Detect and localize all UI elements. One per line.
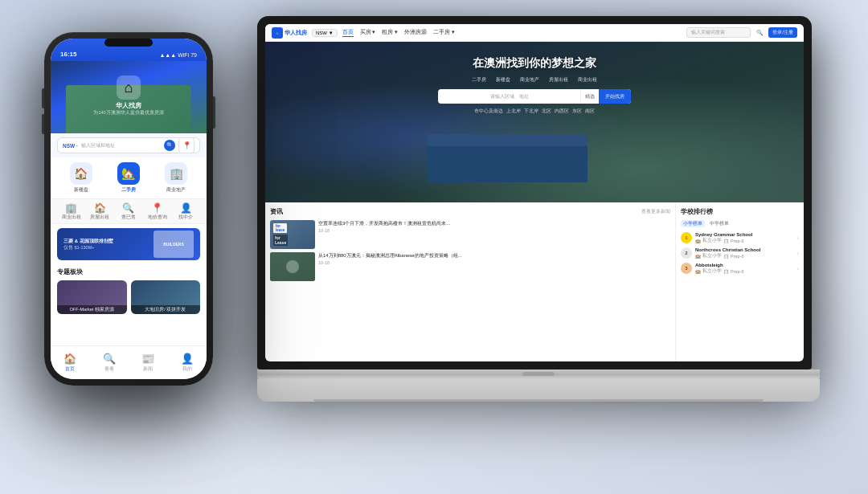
phone-location-label[interactable]: NSW · — [63, 143, 78, 149]
phone-sec-agent-icon: 👤 — [180, 202, 192, 214]
logo-icon: ⌂ — [272, 27, 283, 39]
schools-title: 学校排行榜 — [681, 207, 713, 216]
hero-tag-inner-west[interactable]: 内西区 — [555, 108, 569, 115]
hero-tag-lower-north[interactable]: 下北岸 — [524, 108, 538, 115]
phone-banner-badge-text: BUILDERS — [163, 242, 184, 247]
school-rank-3: 3 — [681, 263, 692, 274]
website-content: ⌂ 华人找房 NSW ▼ 首页 买房 ▾ 租房 ▾ 外洲房源 二手房 ▾ — [265, 24, 804, 361]
laptop: ⌂ 华人找房 NSW ▼ 首页 买房 ▾ 租房 ▾ 外洲房源 二手房 ▾ — [257, 16, 820, 434]
phone-search-btn[interactable]: 🔍 — [164, 140, 175, 151]
laptop-display: ⌂ 华人找房 NSW ▼ 首页 买房 ▾ 租房 ▾ 外洲房源 二手房 ▾ — [265, 24, 804, 361]
site-main-content: 资讯 查看更多新闻 forlease 空置率连续3个月下滑，开发商抱高楼市！澳洲… — [265, 202, 804, 361]
phone-quick-commercial[interactable]: 🏢 商业地产 — [153, 162, 200, 194]
news-item-1[interactable]: forlease 空置率连续3个月下滑，开发商抱高楼市！澳洲租赁危机尚未... … — [270, 220, 670, 249]
phone-bottom-browse[interactable]: 🔍 看看 — [90, 353, 129, 373]
school-type-icon-2: 🏫 — [695, 254, 701, 259]
phone-quick-new[interactable]: 🏠 新楼盘 — [57, 162, 104, 194]
location-selector[interactable]: NSW ▼ — [312, 29, 338, 37]
phone-quick-new-label: 新楼盘 — [74, 186, 88, 194]
login-button[interactable]: 登录/注册 — [768, 27, 797, 38]
phone-sec-sold[interactable]: 🔍 查已售 — [114, 202, 143, 220]
hero-tab-commercial[interactable]: 商业地产 — [518, 76, 542, 84]
phone-banner-line1: 三菱 & 花园顶联排别墅 — [63, 238, 149, 245]
school-grade-icon-2: 📋 — [723, 254, 729, 259]
phone-sec-sold-label: 查已售 — [121, 214, 136, 220]
phone-screen: 16:15 ▲▲▲ WiFi 79 ⌂ 华人找房 为140万澳洲华人提供最优质房… — [51, 39, 207, 379]
phone-map-btn[interactable]: 📍 — [178, 137, 194, 153]
news-date-1: 10-18 — [318, 228, 670, 233]
school-grade-icon-1: 📋 — [723, 239, 729, 243]
phone-topic-off-market-label: OFF-Market 独家房源 — [57, 305, 127, 314]
phone-bottom-news-icon: 📰 — [141, 353, 154, 365]
school-meta-3: 🏫 私立小学 📋 Prep-6 — [695, 268, 793, 274]
hero-search-input[interactable]: 请输入区域、地址 — [438, 93, 580, 100]
school-item-3[interactable]: 3 Abbotsleigh 🏫 私立小学 📋 Prep-6 — [681, 263, 799, 274]
site-hero: 在澳洲找到你的梦想之家 二手房 新楼盘 商业地产 房屋出租 商业出租 请输入区域… — [265, 42, 804, 202]
phone-bottom-news[interactable]: 📰 新闻 — [129, 353, 168, 373]
hero-find-btn[interactable]: 开始找房 — [599, 89, 631, 104]
phone-sec-house-rent[interactable]: 🏠 房屋出租 — [86, 202, 115, 220]
hero-tag-upper-north[interactable]: 上北岸 — [506, 108, 521, 115]
phone-sec-commercial-rent[interactable]: 🏢 商业出租 — [57, 202, 86, 220]
phone-bottom-home[interactable]: 🏠 首页 — [51, 353, 90, 373]
hero-filter-btn[interactable]: 精选 — [580, 89, 599, 104]
phone-quick-second[interactable]: 🏡 二手房 — [104, 162, 152, 194]
school-chevron-2: › — [796, 250, 799, 257]
phone-search-inner[interactable]: NSW · 输入区域和地址 🔍 📍 — [57, 137, 200, 153]
school-rank-2: 2 — [681, 247, 692, 259]
phone-quick-nav: 🏠 新楼盘 🏡 二手房 🏢 商业地产 — [51, 157, 207, 198]
phone-bottom-profile-label: 我的 — [182, 365, 192, 373]
phone-quick-second-label: 二手房 — [121, 186, 136, 194]
phone-bottom-nav: 🏠 首页 🔍 看看 📰 新闻 👤 我的 — [51, 345, 207, 379]
hero-tab-rental[interactable]: 房屋出租 — [547, 76, 571, 84]
hero-tab-new[interactable]: 新楼盘 — [493, 76, 513, 84]
news-header: 资讯 查看更多新闻 — [270, 207, 670, 216]
nav-buy[interactable]: 买房 ▾ — [360, 29, 376, 37]
school-item-2[interactable]: 2 Northcross Christian School 🏫 私立小学 📋 P… — [681, 247, 799, 259]
school-chevron-1: › — [796, 235, 799, 242]
news-text-1: 空置率连续3个月下滑，开发商抱高楼市！澳洲租赁危机尚未... 10-18 — [318, 220, 670, 233]
hero-tag-city[interactable]: 市中心及南边 — [474, 108, 503, 115]
news-title: 资讯 — [270, 207, 283, 216]
phone-topic-land[interactable]: 大地旧房/ 双拼开发 — [131, 280, 201, 314]
hero-tag-east[interactable]: 东区 — [572, 108, 582, 115]
school-name-3: Abbotsleigh — [695, 263, 793, 267]
news-thumb-2 — [270, 252, 315, 281]
hero-text-block: 在澳洲找到你的梦想之家 二手房 新楼盘 商业地产 房屋出租 商业出租 请输入区域… — [265, 42, 804, 115]
news-more[interactable]: 查看更多新闻 — [641, 208, 670, 215]
hero-tab-second[interactable]: 二手房 — [469, 76, 489, 84]
school-name-1: Sydney Grammar School — [695, 232, 793, 237]
news-text-2: 从14万到880万澳元：揭秘澳洲总理Albanese的地产投资策略（组... 1… — [318, 252, 670, 265]
phone-banner-image: BUILDERS — [154, 231, 194, 258]
schools-section: 学校排行榜 小学榜单 中学榜单 1 Sydney Grammar School — [675, 202, 804, 361]
school-type-icon-1: 🏫 — [695, 239, 701, 243]
phone-logo-text: 华人找房 — [51, 101, 207, 110]
hero-tag-south[interactable]: 南区 — [585, 108, 595, 115]
school-item-1[interactable]: 1 Sydney Grammar School 🏫 私立小学 📋 Prep-6 — [681, 232, 799, 243]
school-name-2: Northcross Christian School — [695, 247, 793, 252]
nav-secondhand[interactable]: 二手房 ▾ — [433, 29, 455, 37]
phone-logo-block: ⌂ 华人找房 为140万澳洲华人提供最优质房源 — [51, 61, 207, 116]
phone-banner-line2: 仅售 $1-130M+ — [63, 245, 149, 251]
phone-sec-land[interactable]: 📍 地价查询 — [143, 202, 172, 220]
phone-topic-off-market[interactable]: OFF-Market 独家房源 — [57, 280, 127, 314]
phone-sec-agent[interactable]: 👤 找中介 — [171, 202, 200, 220]
school-chevron-3: › — [796, 265, 799, 272]
nav-rent[interactable]: 租房 ▾ — [382, 29, 398, 37]
news-item-2[interactable]: 从14万到880万澳元：揭秘澳洲总理Albanese的地产投资策略（组... 1… — [270, 252, 670, 281]
school-tab-primary[interactable]: 小学榜单 — [681, 220, 705, 227]
hero-tab-commercial-rent[interactable]: 商业出租 — [575, 76, 600, 84]
nav-overseas[interactable]: 外洲房源 — [404, 29, 427, 37]
hero-tag-north[interactable]: 北区 — [542, 108, 551, 115]
laptop-base — [257, 379, 820, 402]
site-logo[interactable]: ⌂ 华人找房 — [272, 27, 307, 39]
phone-topic-land-label: 大地旧房/ 双拼开发 — [131, 305, 201, 314]
search-icon[interactable]: 🔍 — [754, 27, 765, 39]
school-tab-secondary[interactable]: 中学榜单 — [707, 220, 731, 227]
phone-banner[interactable]: 三菱 & 花园顶联排别墅 仅售 $1-130M+ BUILDERS — [57, 228, 200, 260]
location-value: NSW ▼ — [316, 31, 334, 35]
phone-bottom-profile[interactable]: 👤 我的 — [168, 353, 207, 373]
phone-dynamic-island — [104, 39, 153, 47]
nav-home[interactable]: 首页 — [342, 29, 354, 37]
school-info-3: Abbotsleigh 🏫 私立小学 📋 Prep-6 — [695, 263, 793, 274]
